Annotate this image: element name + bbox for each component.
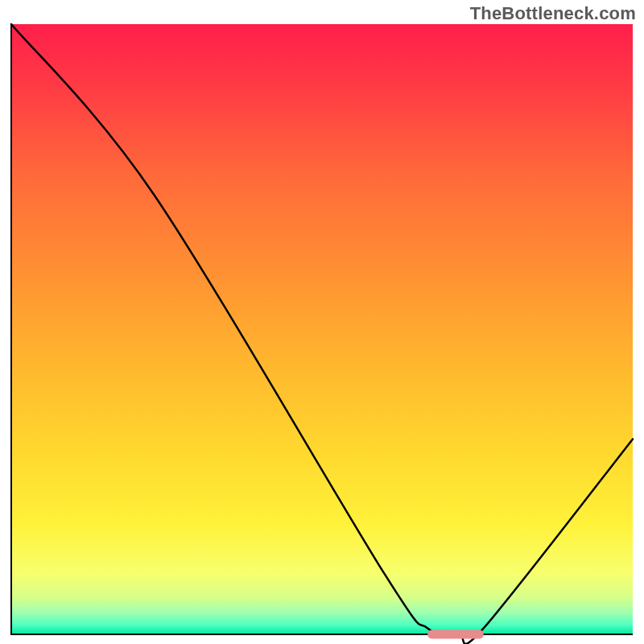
watermark-text: TheBottleneck.com — [470, 3, 636, 24]
chart-background — [11, 24, 633, 634]
chart-stage: TheBottleneck.com — [0, 0, 644, 644]
bottleneck-chart — [0, 0, 644, 644]
sweet-spot-marker — [427, 630, 483, 639]
